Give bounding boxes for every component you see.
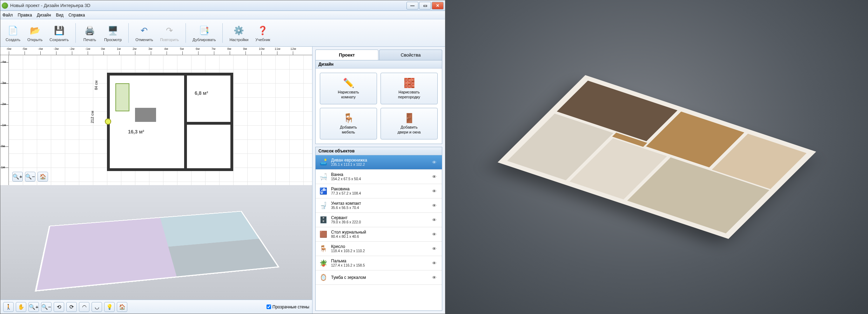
save-button[interactable]: 💾 Сохранить [47,22,71,44]
object-list-item[interactable]: 🚰Раковина77.3 x 57.2 x 108.4👁 [316,184,442,198]
object-list-item[interactable]: 🚽Унитаз компакт35.6 x 56.5 x 70.4👁 [316,198,442,213]
object-name: Унитаз компакт [331,201,429,206]
objects-list[interactable]: 🛋️Диван еврокнижка235.1 x 113.1 x 102.2👁… [316,155,442,285]
selection-handle[interactable] [105,118,111,125]
light-button[interactable]: 💡 [104,302,115,312]
settings-button[interactable]: ⚙️ Настройки [227,22,251,44]
furniture-item[interactable] [115,83,129,111]
visibility-toggle-icon[interactable]: 👁 [432,174,439,179]
object-list-item[interactable]: 🛁Ванна154.2 x 67.5 x 50.4👁 [316,170,442,184]
transparent-walls-input[interactable] [267,305,271,309]
add-doors-label: Добавитьдвери и окна [398,125,421,134]
maximize-button[interactable]: ▭ [419,2,431,9]
ruler-tick-label: -4м [38,47,43,51]
floorplan[interactable]: 16,3 м² 6,8 м² 212 см 84 см [107,73,233,171]
visibility-toggle-icon[interactable]: 👁 [432,203,439,208]
menu-file[interactable]: Файл [2,13,13,18]
open-button[interactable]: 📂 Открыть [25,22,45,44]
pencil-icon: ✏️ [343,78,354,89]
object-dimensions: 35.6 x 56.5 x 70.4 [331,206,429,210]
furniture-item[interactable] [135,108,156,122]
visibility-toggle-icon[interactable]: 👁 [432,189,439,194]
tab-project[interactable]: Проект [315,50,378,60]
draw-partition-button[interactable]: 🧱 Нарисоватьперегородку [381,73,438,104]
visibility-toggle-icon[interactable]: 👁 [432,232,439,237]
zoom-out-button[interactable]: 🔍− [25,172,35,182]
zoom-out-3d-button[interactable]: 🔍− [41,302,52,312]
bulb-icon: 💡 [106,304,113,310]
visibility-toggle-icon[interactable]: 👁 [432,261,439,266]
ruler-tick-label: 8м [227,47,231,51]
object-dimensions: 77.3 x 57.2 x 108.4 [331,191,429,196]
ruler-tick-label: 12м [290,47,296,51]
print-button[interactable]: 🖨️ Печать [80,22,100,44]
interior-wall[interactable] [184,122,233,125]
object-name: Стол журнальный [331,230,429,235]
pan-button[interactable]: ✋ [16,302,26,312]
ruler-tick-label: 0м [1,144,5,148]
menu-view[interactable]: Вид [56,13,63,18]
add-furniture-button[interactable]: 🪑 Добавитьмебель [320,108,377,139]
zoom-in-3d-button[interactable]: 🔍+ [28,302,39,312]
ruler-tick-label: -2м [69,47,74,51]
walk-mode-button[interactable]: 🚶 [3,302,14,312]
object-list-item[interactable]: 🪞Тумба с зеркалом👁 [316,270,442,285]
canvas-column: -6м-5м-4м-3м-2м-1м0м1м2м3м4м5м6м7м8м9м10… [0,47,312,314]
close-button[interactable]: ✕ [432,2,444,9]
menu-edit[interactable]: Правка [18,13,32,18]
object-list-item[interactable]: 🗄️Сервант79.0 x 39.6 x 222.0👁 [316,213,442,227]
home-view-button[interactable]: 🏠 [38,172,48,182]
visibility-toggle-icon[interactable]: 👁 [432,217,439,223]
object-list-item[interactable]: 🛋️Диван еврокнижка235.1 x 113.1 x 102.2👁 [316,155,442,170]
zoom-in-button[interactable]: 🔍+ [12,172,23,182]
object-list-item[interactable]: 🟫Стол журнальный80.4 x 80.1 x 40.6👁 [316,227,442,242]
object-text: Раковина77.3 x 57.2 x 108.4 [331,187,429,196]
redo-label: Повторить [160,38,179,42]
tilt-down-button[interactable]: ◡ [92,302,102,312]
add-doors-button[interactable]: 🚪 Добавитьдвери и окна [381,108,438,139]
visibility-toggle-icon[interactable]: 👁 [432,246,439,251]
new-file-icon: 📄 [7,24,19,37]
draw-room-button[interactable]: ✏️ Нарисоватькомнату [320,73,377,104]
minimize-button[interactable]: — [406,2,418,9]
undo-label: Отменить [135,38,153,42]
visibility-toggle-icon[interactable]: 👁 [432,160,439,165]
design-buttons-grid: ✏️ Нарисоватькомнату 🧱 Нарисоватьперегор… [316,68,442,144]
floor-3d-model[interactable] [35,211,280,292]
transparent-walls-checkbox[interactable]: Прозрачные стены [267,305,309,309]
visibility-toggle-icon[interactable]: 👁 [432,275,439,280]
tilt-up-button[interactable]: ◠ [79,302,89,312]
object-list-item[interactable]: 🪴Пальма127.4 x 116.2 x 158.5👁 [316,256,442,270]
plan-canvas[interactable]: 16,3 м² 6,8 м² 212 см 84 см 🔍+ 🔍− 🏠 [9,55,312,185]
ruler-tick: -3м [56,51,56,55]
maximize-icon: ▭ [423,3,427,8]
tutorial-button[interactable]: ❓ Учебник [253,22,272,44]
object-icon: 🛋️ [318,157,328,167]
menu-help[interactable]: Справка [68,13,85,18]
house-floor-base [497,75,816,239]
undo-icon: ↶ [138,24,150,37]
object-icon: 🛁 [318,172,328,182]
tab-properties[interactable]: Свойства [379,50,442,60]
menu-design[interactable]: Дизайн [37,13,51,18]
ruler-tick: 0м [0,146,8,147]
redo-button[interactable]: ↷ Повторить [157,22,181,44]
ruler-tick: 0м [103,51,104,55]
ruler-tick: 2м [135,51,135,55]
toolbar-separator [128,23,129,43]
create-button[interactable]: 📄 Создать [3,22,23,44]
rotate-left-button[interactable]: ⟲ [54,302,64,312]
home-3d-button[interactable]: 🏠 [117,302,127,312]
folder-open-icon: 📂 [29,24,41,37]
rotate-right-button[interactable]: ⟳ [66,302,77,312]
undo-button[interactable]: ↶ Отменить [133,22,155,44]
view-3d-area[interactable] [0,185,312,300]
ruler-tick: -1м [0,125,8,126]
door-icon: 🚪 [404,113,415,124]
duplicate-button[interactable]: 📑 Дублировать [190,22,218,44]
preview-button[interactable]: 🖥️ Просмотр [102,22,124,44]
preview-label: Просмотр [104,38,122,42]
settings-label: Настройки [229,38,248,42]
ruler-tick: 7м [214,51,214,55]
object-list-item[interactable]: 🪑Кресло118.4 x 103.2 x 110.2👁 [316,242,442,256]
